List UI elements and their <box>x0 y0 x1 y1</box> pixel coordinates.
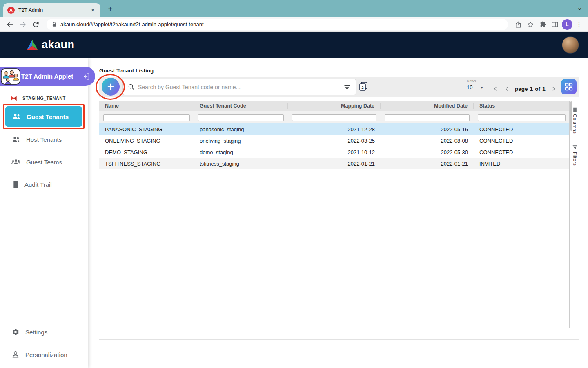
search-box <box>122 79 356 95</box>
person-icon <box>11 350 20 359</box>
table-row[interactable]: PANASONIC_STAGINGpanasonic_staging2021-1… <box>99 123 569 135</box>
table-header-row: Name Guest Tenant Code Mapping Date Modi… <box>99 101 569 111</box>
filter-input-modified_date[interactable] <box>385 114 470 121</box>
cell-status: INVITED <box>474 161 570 167</box>
sidebar-item-staging-tenant[interactable]: STAGING_TENANT <box>0 91 88 105</box>
table-row[interactable]: ONELIVING_STAGINGoneliving_staging2022-0… <box>99 135 569 146</box>
browser-profile-avatar[interactable]: L <box>562 19 572 30</box>
column-header-status[interactable]: Status <box>474 103 570 109</box>
filter-cell <box>99 114 194 121</box>
prev-page-button[interactable] <box>503 85 510 92</box>
sidebar-item-label: Guest Tenants <box>27 113 69 120</box>
browser-tab[interactable]: A T2T Admin ✕ <box>3 3 100 17</box>
akaun-logo[interactable]: akaun <box>26 38 75 51</box>
forward-button[interactable] <box>17 19 29 30</box>
sidebar-item-label: Settings <box>25 329 47 336</box>
sidebar-item-label: Personalization <box>25 351 67 358</box>
table-row[interactable]: DEMO_STAGINGdemo_staging2021-10-122022-0… <box>99 146 569 158</box>
new-tab-button[interactable]: + <box>105 4 115 14</box>
forward-arrow-icon <box>19 20 27 29</box>
side-panel-button[interactable] <box>550 19 560 30</box>
guest-tenant-table: Name Guest Tenant Code Mapping Date Modi… <box>99 101 570 328</box>
add-guest-tenant-button[interactable]: + <box>102 78 120 96</box>
column-header-mapping-date[interactable]: Mapping Date <box>288 103 381 109</box>
sidebar-item-personalization[interactable]: Personalization <box>0 346 88 363</box>
tenant-logo-icon <box>10 94 18 102</box>
rows-per-page-select[interactable]: Rows 10 ▾ <box>467 79 491 92</box>
filter-input-name[interactable] <box>103 114 190 121</box>
cell-code: oneliving_staging <box>194 138 288 144</box>
filter-lines-icon[interactable] <box>343 84 351 90</box>
browser-toolbar: akaun.cloud/#/applet/t2t/akaun/t2t-admin… <box>0 17 588 32</box>
search-input[interactable] <box>138 84 340 90</box>
column-header-modified-date[interactable]: Modified Date <box>381 103 474 109</box>
cell-code: tsfitness_staging <box>194 161 288 167</box>
user-avatar-photo[interactable] <box>562 36 579 54</box>
filter-input-status[interactable] <box>478 114 566 121</box>
grid-view-button[interactable] <box>561 79 577 94</box>
back-button[interactable] <box>4 19 16 30</box>
sidebar-item-host-tenants[interactable]: Host Tenants <box>0 131 88 148</box>
browser-menu-button[interactable]: ⋮ <box>574 20 584 28</box>
applet-people-icon <box>1 67 20 85</box>
sidebar-item-guest-teams[interactable]: Guest Teams <box>0 154 88 170</box>
first-page-button[interactable] <box>492 85 499 92</box>
gear-icon <box>11 328 20 336</box>
column-header-code[interactable]: Guest Tenant Code <box>194 103 288 109</box>
lock-icon <box>51 22 57 27</box>
applet-name: T2T Admin Applet <box>21 73 82 80</box>
table-row[interactable]: TSFITNESS_STAGINGtsfitness_staging2022-0… <box>99 158 569 169</box>
cell-code: demo_staging <box>194 149 288 155</box>
back-arrow-icon <box>6 20 14 29</box>
filter-input-code[interactable] <box>198 114 284 121</box>
filter-input-mapping_date[interactable] <box>292 114 376 121</box>
applet-pill[interactable]: T2T Admin Applet <box>0 67 95 86</box>
sidebar-item-settings[interactable]: Settings <box>0 324 88 340</box>
tab-search-chevron-icon[interactable]: ⌄ <box>577 4 582 11</box>
sidebar-item-audit-trail[interactable]: Audit Trail <box>0 176 88 193</box>
content-bottom-divider <box>99 339 579 340</box>
sidebar-item-label: Guest Teams <box>26 159 62 166</box>
cell-mapping_date: 2022-03-25 <box>288 138 381 144</box>
cell-mapping_date: 2021-12-28 <box>288 126 381 132</box>
bookmark-button[interactable] <box>525 19 536 30</box>
exit-applet-button[interactable] <box>82 72 90 81</box>
next-page-button[interactable] <box>550 85 557 92</box>
exit-icon <box>82 72 90 81</box>
puzzle-icon <box>539 21 546 28</box>
filters-panel-tab[interactable]: Filters <box>572 145 577 166</box>
duplicate-view-button[interactable]: 2 <box>358 81 369 93</box>
sidebar-item-guest-tenants[interactable]: Guest Tenants <box>5 106 82 127</box>
columns-tab-label: Columns <box>572 114 577 134</box>
columns-panel-tab[interactable]: Columns <box>572 107 577 134</box>
side-panel-icon <box>551 21 559 28</box>
logo-text: akaun <box>42 38 75 51</box>
tab-close-icon[interactable]: ✕ <box>89 7 96 14</box>
filter-row <box>99 111 569 123</box>
current-page: 1 <box>530 85 533 92</box>
rows-per-page-value: 10 <box>467 84 472 90</box>
cell-name: DEMO_STAGING <box>99 149 194 155</box>
cell-status: CONNECTED <box>474 138 570 144</box>
search-icon <box>128 83 135 90</box>
browser-tab-strip: A T2T Admin ✕ + ⌄ <box>0 0 588 17</box>
reload-button[interactable] <box>30 19 42 30</box>
host-tenants-icon <box>11 136 20 143</box>
filter-cell <box>288 114 381 121</box>
url-bar[interactable]: akaun.cloud/#/applet/t2t/akaun/t2t-admin… <box>47 19 508 30</box>
page-title: Guest Tenant Listing <box>99 67 154 74</box>
reload-icon <box>32 21 40 28</box>
guest-tenants-icon <box>12 112 21 121</box>
funnel-icon <box>572 145 577 150</box>
cell-modified_date: 2022-08-08 <box>381 138 474 144</box>
app-header: akaun <box>0 32 588 58</box>
extensions-button[interactable] <box>537 19 548 30</box>
rows-label: Rows <box>467 79 491 83</box>
scrollbar-thumb[interactable] <box>570 101 572 131</box>
cell-code: panasonic_staging <box>194 126 288 132</box>
screen: A T2T Admin ✕ + ⌄ akaun.cloud/#/applet/t… <box>0 0 588 368</box>
share-button[interactable] <box>513 19 523 30</box>
column-header-name[interactable]: Name <box>99 103 194 109</box>
filters-tab-label: Filters <box>572 152 577 166</box>
tab-favicon-icon: A <box>7 7 15 14</box>
